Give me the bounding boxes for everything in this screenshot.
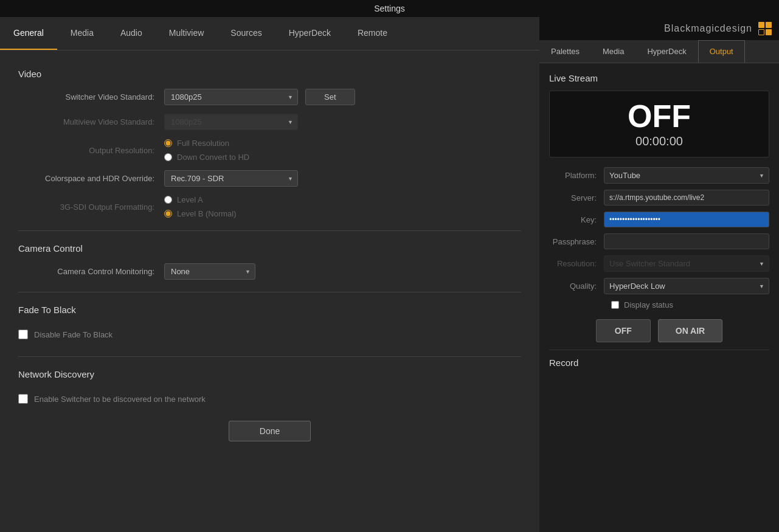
level-a-label: Level A xyxy=(177,195,203,204)
quality-row: Quality: HyperDeck Low HyperDeck Medium … xyxy=(549,278,769,294)
on-air-button[interactable]: ON AIR xyxy=(658,319,722,342)
divider-1 xyxy=(18,230,521,231)
quality-select-wrapper: HyperDeck Low HyperDeck Medium HyperDeck… xyxy=(604,278,769,294)
camera-control-monitoring-label: Camera Control Monitoring: xyxy=(18,267,164,276)
title-bar-label: Settings xyxy=(374,4,405,13)
quality-select[interactable]: HyperDeck Low HyperDeck Medium HyperDeck… xyxy=(604,278,769,294)
down-convert-item: Down Convert to HD xyxy=(164,153,249,162)
level-b-radio[interactable] xyxy=(164,210,172,218)
tab-hyperdeck[interactable]: HyperDeck xyxy=(275,17,344,50)
sdi-formatting-label: 3G-SDI Output Formatting: xyxy=(18,202,164,212)
server-label: Server: xyxy=(549,193,604,202)
network-discovery-section-title: Network Discovery xyxy=(18,369,521,379)
title-bar: Settings xyxy=(0,0,779,17)
switcher-video-standard-label: Switcher Video Standard: xyxy=(18,92,164,102)
disable-fade-label: Disable Fade To Black xyxy=(34,330,113,339)
sdi-formatting-row: 3G-SDI Output Formatting: Level A Level … xyxy=(18,195,521,218)
done-button[interactable]: Done xyxy=(229,421,311,441)
platform-row: Platform: YouTube Facebook Twitch Custom… xyxy=(549,167,769,184)
settings-content: Video Switcher Video Standard: 1080p25 1… xyxy=(0,50,539,532)
full-resolution-radio[interactable] xyxy=(164,139,172,147)
passphrase-input[interactable] xyxy=(604,233,769,249)
enable-switcher-checkbox[interactable] xyxy=(18,394,28,404)
server-row: Server: xyxy=(549,190,769,206)
video-section-title: Video xyxy=(18,69,521,79)
video-preview: OFF 00:00:00 xyxy=(549,91,769,157)
camera-control-monitoring-row: Camera Control Monitoring: None Output 1… xyxy=(18,263,521,280)
key-label: Key: xyxy=(549,215,604,224)
passphrase-label: Passphrase: xyxy=(549,237,604,246)
down-convert-label: Down Convert to HD xyxy=(177,153,249,162)
resolution-select[interactable]: Use Switcher Standard 720p 1080p xyxy=(604,255,769,272)
switcher-video-standard-select[interactable]: 1080p25 1080p30 720p60 xyxy=(164,89,298,105)
camera-control-monitoring-wrapper: None Output 1 Output 2 xyxy=(164,263,255,280)
resolution-label: Resolution: xyxy=(549,259,604,268)
blackmagic-icon xyxy=(758,22,772,35)
platform-select[interactable]: YouTube Facebook Twitch Custom RTMP xyxy=(604,167,769,184)
colorspace-select[interactable]: Rec.709 - SDR Rec.2020 - HDR xyxy=(164,170,298,187)
server-input[interactable] xyxy=(604,190,769,206)
level-a-item: Level A xyxy=(164,195,237,204)
stream-buttons: OFF ON AIR xyxy=(549,319,769,342)
right-tab-output[interactable]: Output xyxy=(698,40,745,63)
set-button[interactable]: Set xyxy=(305,89,355,105)
off-button[interactable]: OFF xyxy=(596,319,651,342)
camera-control-section-title: Camera Control xyxy=(18,243,521,254)
multiview-video-standard-wrapper: 1080p25 xyxy=(164,114,298,130)
tab-general[interactable]: General xyxy=(0,17,57,50)
disable-fade-row: Disable Fade To Black xyxy=(18,325,521,344)
right-tab-media[interactable]: Media xyxy=(591,40,635,63)
live-stream-title: Live Stream xyxy=(549,73,769,83)
resolution-row: Resolution: Use Switcher Standard 720p 1… xyxy=(549,255,769,272)
tab-sources[interactable]: Sources xyxy=(217,17,275,50)
record-title: Record xyxy=(549,350,769,368)
multiview-video-standard-label: Multiview Video Standard: xyxy=(18,117,164,126)
bmd-sq-1 xyxy=(758,22,764,28)
display-status-label: Display status xyxy=(624,300,673,309)
camera-control-monitoring-select[interactable]: None Output 1 Output 2 xyxy=(164,263,255,280)
off-text: OFF xyxy=(628,100,691,132)
platform-select-wrapper: YouTube Facebook Twitch Custom RTMP xyxy=(604,167,769,184)
right-tab-palettes[interactable]: Palettes xyxy=(539,40,591,63)
blackmagic-text: Blackmagicdesign xyxy=(664,23,752,34)
divider-3 xyxy=(18,356,521,357)
level-b-label: Level B (Normal) xyxy=(177,209,237,218)
bmd-sq-3 xyxy=(758,29,764,35)
full-resolution-item: Full Resolution xyxy=(164,139,249,148)
output-resolution-label: Output Resolution: xyxy=(18,146,164,155)
platform-label: Platform: xyxy=(549,171,604,180)
right-top-bar: Blackmagicdesign xyxy=(539,17,779,40)
down-convert-radio[interactable] xyxy=(164,153,172,161)
enable-switcher-row: Enable Switcher to be discovered on the … xyxy=(18,389,521,409)
fade-to-black-section-title: Fade To Black xyxy=(18,305,521,315)
done-btn-row: Done xyxy=(18,409,521,460)
enable-switcher-label: Enable Switcher to be discovered on the … xyxy=(34,395,206,404)
settings-tabs: General Media Audio Multiview Sources Hy… xyxy=(0,17,539,50)
right-panel: Blackmagicdesign Palettes xyxy=(539,17,779,532)
quality-label: Quality: xyxy=(549,282,604,291)
blackmagic-logo: Blackmagicdesign xyxy=(664,22,772,35)
resolution-select-wrapper: Use Switcher Standard 720p 1080p xyxy=(604,255,769,272)
key-row: Key: xyxy=(549,212,769,227)
tab-multiview[interactable]: Multiview xyxy=(156,17,218,50)
key-input[interactable] xyxy=(604,212,769,227)
switcher-video-standard-row: Switcher Video Standard: 1080p25 1080p30… xyxy=(18,89,521,105)
bmd-sq-2 xyxy=(766,22,772,28)
tab-media[interactable]: Media xyxy=(57,17,107,50)
switcher-video-standard-wrapper: 1080p25 1080p30 720p60 xyxy=(164,89,298,105)
sdi-formatting-group: Level A Level B (Normal) xyxy=(164,195,237,218)
level-a-radio[interactable] xyxy=(164,196,172,204)
display-status-checkbox[interactable] xyxy=(611,301,619,309)
right-tab-hyperdeck[interactable]: HyperDeck xyxy=(635,40,698,63)
multiview-video-standard-select[interactable]: 1080p25 xyxy=(164,114,298,130)
right-panel-tabs: Palettes Media HyperDeck Output xyxy=(539,40,779,63)
timer-text: 00:00:00 xyxy=(635,134,683,148)
colorspace-label: Colorspace and HDR Override: xyxy=(18,174,164,183)
divider-2 xyxy=(18,292,521,292)
output-resolution-row: Output Resolution: Full Resolution Down … xyxy=(18,139,521,162)
right-panel-content: Live Stream OFF 00:00:00 Platform: YouTu… xyxy=(539,63,779,532)
bmd-sq-4 xyxy=(766,29,772,35)
disable-fade-checkbox[interactable] xyxy=(18,330,28,339)
tab-remote[interactable]: Remote xyxy=(344,17,401,50)
tab-audio[interactable]: Audio xyxy=(107,17,156,50)
